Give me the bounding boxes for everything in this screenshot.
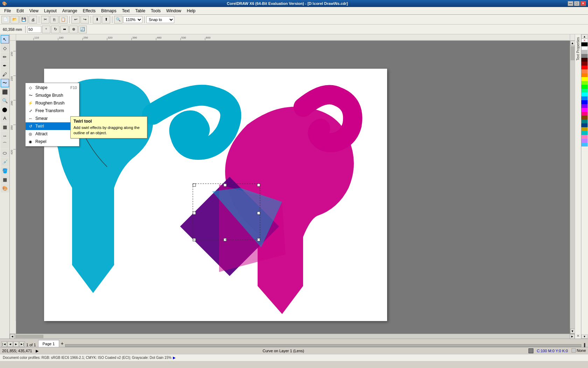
zoom-out-button[interactable]: 🔍 (114, 16, 122, 23)
minimize-button[interactable]: — (568, 1, 573, 6)
connector-tool[interactable]: ⌒ (1, 140, 9, 149)
menu-item-freetransform[interactable]: ⤢ Free Transform (26, 107, 79, 115)
menu-layout[interactable]: Layout (41, 8, 59, 14)
color-tool[interactable]: 🎨 (1, 184, 9, 192)
color-silver[interactable] (581, 50, 588, 54)
menu-tools[interactable]: Tools (148, 8, 163, 14)
menu-bitmaps[interactable]: Bitmaps (98, 8, 119, 14)
zoom-tool[interactable]: 🔍 (1, 96, 9, 105)
dimension-tool[interactable]: ↔ (1, 131, 9, 140)
scroll-up-btn[interactable]: ▲ (570, 41, 575, 46)
color-magenta[interactable] (581, 108, 588, 112)
doc-color-expand[interactable]: ▶ (173, 356, 176, 360)
import-button[interactable]: ⬇ (93, 16, 101, 23)
scroll-right-btn[interactable]: ► (570, 334, 575, 339)
vertical-scrollbar[interactable]: ▲ ▼ (570, 41, 575, 334)
canvas-background[interactable]: ◇ Shape F10 〜 Smudge Brush ⚡ Roughen Bru… (16, 41, 570, 334)
nav-prev[interactable]: ◄ (7, 341, 13, 347)
add-page-btn[interactable]: + (61, 340, 63, 347)
color-lightpink[interactable] (581, 135, 588, 139)
table-tool[interactable]: ▦ (1, 123, 9, 131)
export-button[interactable]: ⬆ (102, 16, 110, 23)
color-orange[interactable] (581, 69, 588, 73)
nav-prev-all[interactable]: |◄ (1, 341, 7, 347)
nav-next-all[interactable]: ►| (19, 341, 25, 347)
page-tab-1[interactable]: Page 1 (38, 340, 59, 347)
horizontal-scrollbar[interactable]: ◄ ► (10, 334, 575, 339)
text-tool[interactable]: A (1, 114, 9, 122)
menu-text[interactable]: Text (119, 8, 132, 14)
menu-arrange[interactable]: Arrange (59, 8, 80, 14)
menu-item-repel[interactable]: ◉ Repel (26, 138, 79, 145)
color-none[interactable]: X (581, 39, 588, 42)
h-scroll-bar[interactable] (65, 344, 581, 347)
save-button[interactable]: 💾 (20, 16, 28, 23)
menu-window[interactable]: Window (163, 8, 184, 14)
color-pink[interactable] (581, 112, 588, 116)
zoom-select[interactable]: 110% 100% 75% 50% (123, 16, 142, 23)
undo-button[interactable]: ↩ (71, 16, 80, 23)
angle-btn[interactable]: ° (42, 26, 50, 33)
color-darkred[interactable] (581, 58, 588, 62)
scroll-thumb-h[interactable] (15, 335, 43, 338)
refresh-btn[interactable]: 🔄 (78, 26, 87, 33)
color-navy[interactable] (581, 123, 588, 127)
shape-tool[interactable]: ◇ (1, 44, 9, 52)
angle-input[interactable] (27, 26, 41, 33)
scroll-down-btn[interactable]: ▼ (570, 329, 575, 334)
color-gray[interactable] (581, 54, 588, 58)
menu-table[interactable]: Table (132, 8, 148, 14)
blend-tool[interactable]: ⬭ (1, 149, 9, 157)
color-purple[interactable] (581, 104, 588, 108)
print-button[interactable]: 🖨 (29, 16, 37, 23)
mirror-h-btn[interactable]: ⬌ (60, 26, 69, 33)
paste-button[interactable]: 📋 (59, 16, 68, 23)
menu-item-shape[interactable]: ◇ Shape F10 (26, 84, 79, 91)
palette-scroll-up[interactable]: ▲ (581, 34, 588, 39)
menu-effects[interactable]: Effects (80, 8, 98, 14)
color-brown[interactable] (581, 116, 588, 120)
menu-edit[interactable]: Edit (14, 8, 27, 14)
text-props-close[interactable]: ✕ (575, 333, 581, 339)
new-button[interactable]: 📄 (1, 16, 10, 23)
color-lime[interactable] (581, 81, 588, 85)
cut-button[interactable]: ✂ (41, 16, 49, 23)
dropper-tool[interactable]: 💉 (1, 158, 9, 166)
artistic-tool[interactable]: 🖊 (1, 70, 9, 79)
clear-btn[interactable]: ⊗ (69, 26, 78, 33)
color-white[interactable] (581, 46, 588, 50)
snap-select[interactable]: Snap to (146, 16, 174, 23)
nav-next[interactable]: ► (13, 341, 19, 347)
fill-tool[interactable]: 🪣 (1, 166, 9, 175)
close-button[interactable]: ✕ (580, 1, 586, 6)
color-cyan2[interactable] (581, 89, 588, 93)
scroll-left-btn[interactable]: ◄ (10, 334, 15, 339)
color-red[interactable] (581, 66, 588, 69)
color-yellow[interactable] (581, 77, 588, 81)
color-cyan[interactable] (581, 93, 588, 96)
color-red2[interactable] (581, 62, 588, 66)
menu-file[interactable]: File (1, 8, 14, 14)
color-lavender[interactable] (581, 139, 588, 143)
color-green[interactable] (581, 85, 588, 89)
rotate-btn[interactable]: ↻ (51, 26, 59, 33)
menu-item-smudge[interactable]: 〜 Smudge Brush (26, 91, 79, 99)
color-blue[interactable] (581, 100, 588, 104)
para-tool[interactable]: ⬤ (1, 105, 9, 114)
bezier-tool[interactable]: ✒ (1, 61, 9, 70)
menu-view[interactable]: View (27, 8, 41, 14)
open-button[interactable]: 📂 (10, 16, 19, 23)
freehand-tool[interactable]: ✏ (1, 53, 9, 61)
redo-button[interactable]: ↪ (80, 16, 89, 23)
interactive-fill[interactable]: ▦ (1, 175, 9, 184)
select-tool[interactable]: ↖ (1, 35, 9, 43)
copy-button[interactable]: ⎘ (50, 16, 58, 23)
color-black[interactable] (581, 42, 588, 46)
color-teal2[interactable] (581, 131, 588, 135)
palette-scroll-down[interactable]: ▼ (581, 334, 588, 339)
scroll-thumb-v[interactable] (570, 46, 575, 60)
color-teal[interactable] (581, 120, 588, 123)
crop-tool[interactable]: ⬛ (1, 88, 9, 96)
color-skyblue[interactable] (581, 143, 588, 146)
menu-help[interactable]: Help (184, 8, 198, 14)
